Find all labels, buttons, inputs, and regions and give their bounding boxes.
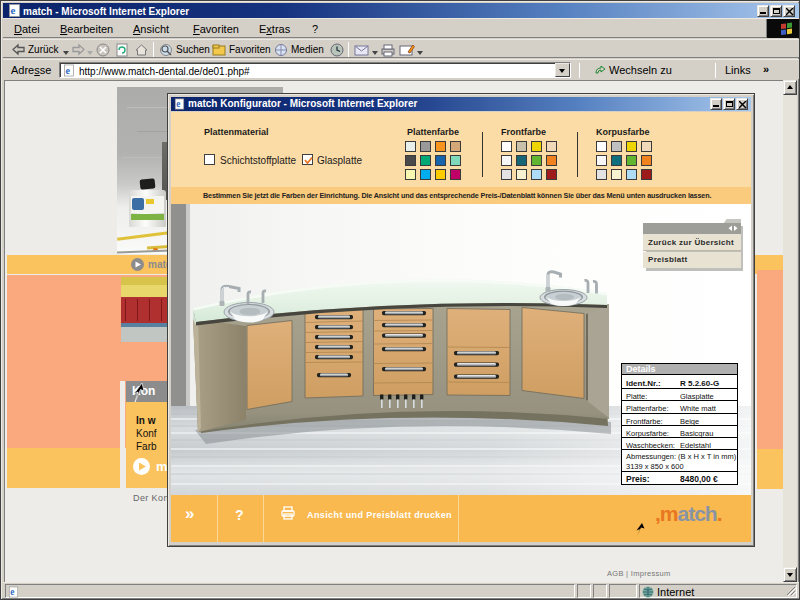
svg-text:e: e [11, 4, 16, 16]
svg-text:e: e [10, 587, 14, 597]
svg-text:e: e [176, 99, 180, 109]
svg-text:e: e [65, 65, 70, 76]
